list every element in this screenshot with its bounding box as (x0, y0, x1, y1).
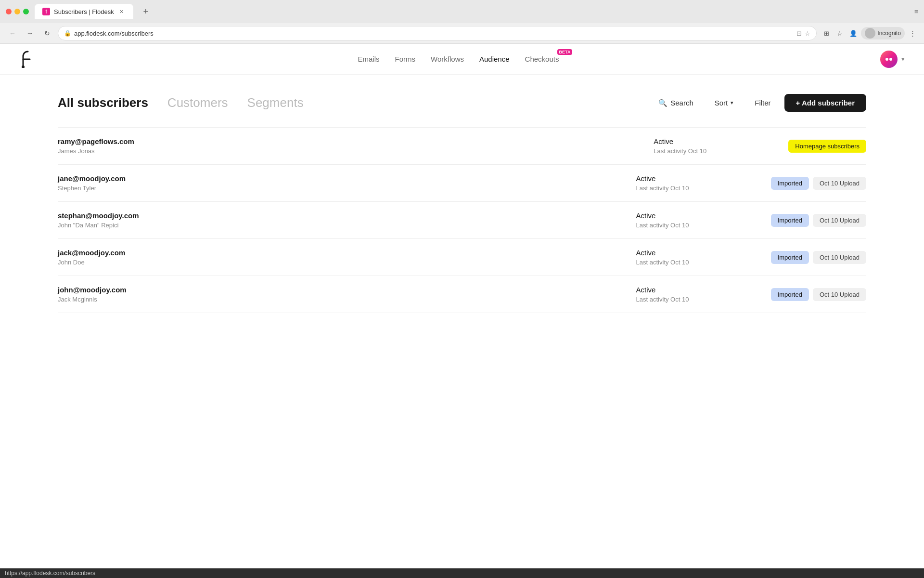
browser-tab[interactable]: f Subscribers | Flodesk ✕ (35, 4, 133, 19)
status-label: Active (636, 211, 771, 220)
tag[interactable]: Imported (771, 177, 809, 190)
table-row[interactable]: ramy@pageflows.com James Jonas Active La… (58, 128, 866, 165)
table-row[interactable]: john@moodjoy.com Jack Mcginnis Active La… (58, 276, 866, 313)
page-header: All subscribers Customers Segments 🔍 Sea… (58, 94, 866, 112)
tab-all-subscribers[interactable]: All subscribers (58, 95, 148, 110)
subscriber-status: Active Last activity Oct 10 (636, 174, 771, 192)
subscriber-info: jack@moodjoy.com John Doe (58, 249, 636, 266)
incognito-profile[interactable]: Incognito (861, 27, 905, 39)
browser-chrome: f Subscribers | Flodesk ✕ + ≡ ← → ↻ 🔒 ap… (0, 0, 924, 44)
subscriber-email: stephan@moodjoy.com (58, 211, 636, 220)
avatar-dropdown-arrow[interactable]: ▾ (901, 55, 905, 63)
browser-top-bar: f Subscribers | Flodesk ✕ + ≡ (0, 0, 924, 23)
profile-label: Incognito (877, 30, 901, 37)
url-display: app.flodesk.com/subscribers (74, 30, 154, 37)
subscriber-email: ramy@pageflows.com (58, 137, 654, 145)
status-label: Active (654, 137, 788, 145)
minimize-button[interactable] (14, 9, 20, 14)
subscriber-info: ramy@pageflows.com James Jonas (58, 137, 654, 155)
nav-right: ▾ (880, 51, 905, 68)
table-row[interactable]: stephan@moodjoy.com John "Da Man" Repici… (58, 202, 866, 239)
search-icon: 🔍 (658, 99, 667, 107)
nav-link-emails[interactable]: Emails (358, 53, 380, 65)
main-content: All subscribers Customers Segments 🔍 Sea… (0, 75, 924, 332)
sort-button[interactable]: Sort ▾ (707, 95, 742, 111)
tab-title: Subscribers | Flodesk (54, 8, 114, 15)
new-tab-button[interactable]: + (139, 5, 153, 18)
profile-avatar (865, 28, 875, 39)
tag[interactable]: Oct 10 Upload (813, 214, 866, 227)
address-bar[interactable]: 🔒 app.flodesk.com/subscribers ⊡ ☆ (58, 26, 817, 40)
avatar-button[interactable] (880, 51, 898, 68)
subscriber-tags: Imported Oct 10 Upload (771, 214, 866, 227)
subscriber-list: ramy@pageflows.com James Jonas Active La… (58, 127, 866, 313)
subscriber-name: Jack Mcginnis (58, 296, 636, 303)
status-label: Active (636, 174, 771, 183)
nav-link-forms[interactable]: Forms (395, 53, 416, 65)
close-button[interactable] (6, 9, 12, 14)
nav-link-audience[interactable]: Audience (479, 53, 510, 65)
bookmark-star-icon[interactable]: ☆ (834, 27, 846, 39)
filter-button[interactable]: Filter (747, 95, 778, 111)
subscriber-info: john@moodjoy.com Jack Mcginnis (58, 286, 636, 303)
page-tabs: All subscribers Customers Segments (58, 95, 304, 110)
page-actions: 🔍 Search Sort ▾ Filter + Add subscriber (651, 94, 866, 112)
status-label: Active (636, 249, 771, 257)
extensions-icon[interactable]: ⊞ (821, 27, 832, 39)
subscriber-status: Active Last activity Oct 10 (654, 137, 788, 155)
status-activity: Last activity Oct 10 (636, 222, 771, 229)
back-button[interactable]: ← (6, 26, 19, 40)
subscriber-status: Active Last activity Oct 10 (636, 249, 771, 266)
refresh-button[interactable]: ↻ (40, 26, 54, 40)
table-row[interactable]: jack@moodjoy.com John Doe Active Last ac… (58, 239, 866, 276)
tab-collapse-icon[interactable]: ≡ (914, 8, 918, 15)
tag[interactable]: Oct 10 Upload (813, 288, 866, 301)
tag[interactable]: Imported (771, 288, 809, 301)
nav-link-workflows[interactable]: Workflows (431, 53, 464, 65)
subscriber-name: Stephen Tyler (58, 184, 636, 192)
address-bar-icons: ⊡ ☆ (796, 30, 810, 37)
tag[interactable]: Oct 10 Upload (813, 177, 866, 190)
subscriber-status: Active Last activity Oct 10 (636, 211, 771, 229)
bookmark-icon[interactable]: ☆ (805, 30, 810, 37)
add-subscriber-button[interactable]: + Add subscriber (784, 94, 866, 112)
subscriber-info: stephan@moodjoy.com John "Da Man" Repici (58, 211, 636, 229)
search-button[interactable]: 🔍 Search (651, 95, 701, 111)
tag[interactable]: Imported (771, 251, 809, 264)
tab-customers[interactable]: Customers (167, 95, 228, 110)
subscriber-tags: Imported Oct 10 Upload (771, 177, 866, 190)
subscriber-tags: Imported Oct 10 Upload (771, 251, 866, 264)
tag[interactable]: Homepage subscribers (788, 140, 866, 153)
app-logo[interactable] (19, 51, 37, 68)
app-navigation: Emails Forms Workflows Audience Checkout… (0, 44, 924, 75)
tag[interactable]: Imported (771, 214, 809, 227)
status-activity: Last activity Oct 10 (654, 147, 788, 155)
nav-link-checkouts[interactable]: Checkouts BETA (525, 53, 559, 65)
subscriber-name: John Doe (58, 259, 636, 266)
status-activity: Last activity Oct 10 (636, 184, 771, 192)
table-row[interactable]: jane@moodjoy.com Stephen Tyler Active La… (58, 165, 866, 202)
tab-segments[interactable]: Segments (247, 95, 304, 110)
status-activity: Last activity Oct 10 (636, 259, 771, 266)
cast-icon[interactable]: ⊡ (796, 30, 802, 37)
avatar-dot-2 (889, 58, 892, 61)
avatar-dots (886, 58, 892, 61)
subscriber-email: john@moodjoy.com (58, 286, 636, 294)
browser-menu-icon[interactable]: ⋮ (907, 27, 918, 39)
profile-icon[interactable]: 👤 (847, 27, 859, 39)
nav-links: Emails Forms Workflows Audience Checkout… (37, 53, 880, 65)
status-activity: Last activity Oct 10 (636, 296, 771, 303)
tab-favicon: f (42, 8, 50, 15)
browser-right-icons: ⊞ ☆ 👤 Incognito ⋮ (821, 27, 918, 39)
beta-badge: BETA (557, 49, 573, 55)
subscriber-tags: Homepage subscribers (788, 140, 866, 153)
subscriber-status: Active Last activity Oct 10 (636, 286, 771, 303)
forward-button[interactable]: → (23, 26, 37, 40)
status-label: Active (636, 286, 771, 294)
window-controls (6, 9, 29, 14)
subscriber-email: jane@moodjoy.com (58, 174, 636, 183)
tab-close-button[interactable]: ✕ (118, 8, 126, 15)
svg-point-0 (22, 66, 25, 68)
tag[interactable]: Oct 10 Upload (813, 251, 866, 264)
maximize-button[interactable] (23, 9, 29, 14)
